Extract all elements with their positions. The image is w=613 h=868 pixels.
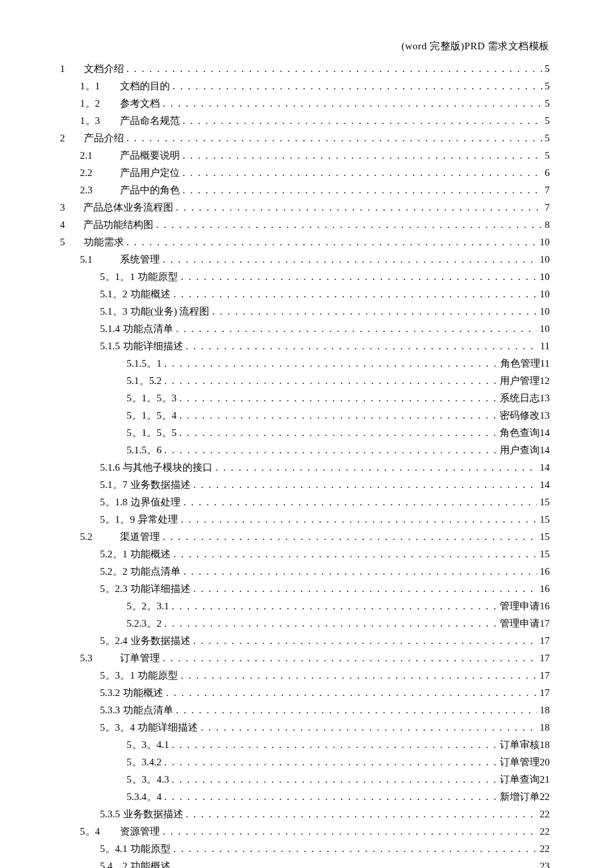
toc-leaders (215, 459, 537, 475)
toc-number: 2.3 (80, 182, 117, 198)
toc-title: 产品概要说明 (120, 147, 180, 163)
toc-row: 4产品功能结构图8 (60, 217, 550, 233)
toc-leaders (173, 858, 537, 868)
toc-suffix: 角色管理 (500, 355, 540, 371)
toc-leaders (183, 147, 542, 163)
toc-title: 参考文档 (120, 95, 160, 111)
toc-number: 5。3。4.1 (127, 737, 169, 753)
toc-leaders (173, 78, 542, 94)
toc-title: 业务数据描述 (123, 806, 183, 822)
toc-row: 5。1。5。4密码修改 13 (60, 407, 550, 423)
toc-number: 5.3.4。4 (127, 789, 162, 805)
toc-number: 5.1.6 (100, 459, 120, 475)
toc-row: 5.1。3功能(业务) 流程图10 (60, 303, 550, 319)
toc-title: 系统管理 (120, 251, 160, 267)
toc-row: 5。2。3.1管理申请 16 (60, 598, 550, 614)
toc-page: 7 (545, 182, 550, 198)
page-header: (word 完整版)PRD 需求文档模板 (60, 40, 550, 53)
toc-row: 5.1.4功能点清单10 (60, 321, 550, 337)
toc-leaders (183, 494, 537, 510)
toc-suffix: 订单审核 (500, 737, 540, 753)
toc-leaders (165, 373, 498, 389)
toc-number: 5.3.5 (100, 806, 120, 822)
toc-suffix: 新增订单 (500, 789, 540, 805)
toc-number: 3 (60, 199, 80, 215)
toc-row: 5.1。5.2用户管理 12 (60, 373, 550, 389)
toc-suffix: 用户管理 (500, 373, 540, 389)
toc-title: 与其他子模块的接口 (123, 459, 213, 475)
toc-row: 5.1。2功能概述10 (60, 286, 550, 302)
toc-number: 5。1。1 (100, 269, 135, 285)
toc-page: 5 (545, 95, 550, 111)
toc-number: 5。1。5。5 (127, 425, 177, 441)
toc-leaders (173, 841, 537, 857)
toc-row: 5。1。5。3系统日志 13 (60, 390, 550, 406)
toc-leaders (172, 598, 497, 614)
toc-title: 功能点清单 (123, 702, 173, 718)
toc-leaders (186, 806, 537, 822)
toc-row: 5.3.2功能概述17 (60, 685, 550, 701)
toc-number: 5.3 (80, 650, 117, 666)
toc-number: 5。2.3 (100, 581, 127, 597)
toc-page: 23 (540, 858, 550, 868)
toc-row: 5。3。4功能详细描述18 (60, 719, 550, 735)
toc-leaders (201, 719, 537, 735)
toc-number: 5.2 (80, 529, 117, 545)
toc-row: 5。4.1功能原型22 (60, 841, 550, 857)
toc-number: 5.1。3 (100, 303, 127, 319)
toc-row: 5.1。7业务数据描述14 (60, 477, 550, 493)
toc-number: 5。1。5。4 (127, 407, 177, 423)
toc-title: 功能概述 (131, 286, 171, 302)
toc-row: 1。1文档的目的5 (60, 78, 550, 94)
toc-row: 5。3.4.2订单管理 20 (60, 754, 550, 770)
toc-page: 16 (540, 581, 550, 597)
toc-row: 5。4资源管理22 (60, 823, 550, 839)
toc-row: 5。1。1功能原型10 (60, 269, 550, 285)
toc-leaders (163, 529, 537, 545)
toc-number: 5.1.4 (100, 321, 120, 337)
toc-number: 2.1 (80, 147, 117, 163)
toc-page: 14 (540, 425, 550, 441)
toc-page: 7 (545, 199, 550, 215)
toc-number: 5.1。7 (100, 477, 127, 493)
toc-leaders (179, 407, 497, 423)
toc-title: 产品命名规范 (120, 113, 180, 129)
toc-title: 业务数据描述 (131, 477, 191, 493)
toc-title: 功能原型 (131, 841, 171, 857)
toc-row: 2产品介绍5 (60, 130, 550, 146)
toc-leaders (183, 113, 542, 129)
toc-row: 5。2.4业务数据描述17 (60, 633, 550, 649)
toc-leaders (127, 61, 542, 77)
toc-page: 17 (540, 667, 550, 683)
toc-row: 5.3.4。4新增订单 22 (60, 789, 550, 805)
toc-page: 11 (540, 338, 550, 354)
toc-number: 5.1.5 (100, 338, 120, 354)
toc-leaders (163, 650, 537, 666)
toc-title: 异常处理 (138, 511, 178, 527)
toc-number: 5。3。1 (100, 667, 135, 683)
toc-number: 5.2。2 (100, 563, 127, 579)
toc-title: 功能概述 (131, 546, 171, 562)
toc-title: 文档的目的 (120, 78, 170, 94)
toc-number: 1 (60, 61, 80, 77)
toc-page: 10 (540, 234, 550, 250)
toc-suffix: 用户查询 (500, 442, 540, 458)
toc-title: 功能点清单 (123, 321, 173, 337)
toc-page: 11 (540, 355, 550, 371)
toc-row: 1文档介绍5 (60, 61, 550, 77)
toc-leaders (163, 95, 542, 111)
toc-number: 1。3 (80, 113, 117, 129)
toc-leaders (165, 789, 498, 805)
toc-page: 6 (545, 165, 550, 181)
toc-leaders (193, 633, 537, 649)
toc-leaders (183, 182, 542, 198)
toc-page: 10 (540, 251, 550, 267)
toc-page: 8 (545, 217, 550, 233)
toc-page: 22 (540, 841, 550, 857)
toc-title: 产品用户定位 (120, 165, 180, 181)
toc-suffix: 管理申请 (500, 615, 540, 631)
toc-row: 5。3。4.3订单查询 21 (60, 771, 550, 787)
toc-leaders (165, 615, 498, 631)
toc-leaders (173, 286, 537, 302)
toc-title: 产品功能结构图 (83, 217, 153, 233)
